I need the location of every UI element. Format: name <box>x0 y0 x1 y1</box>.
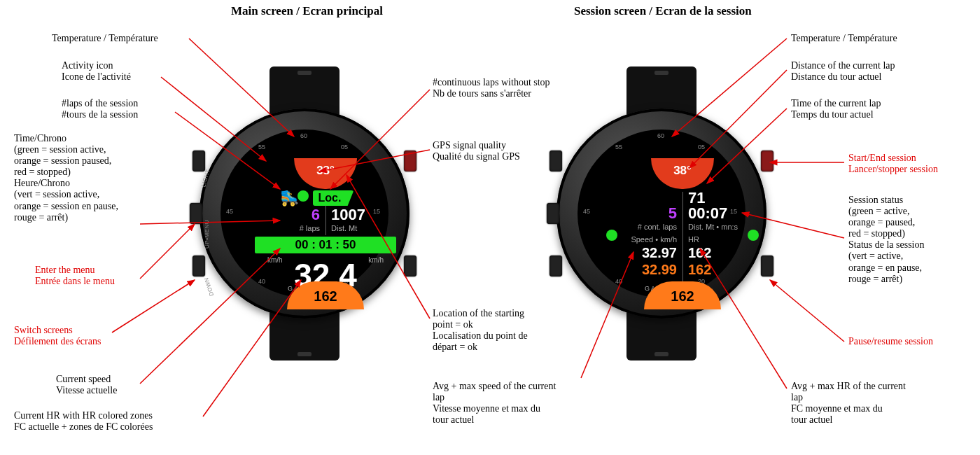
svg-line-4 <box>140 224 195 279</box>
button-startstop[interactable] <box>761 150 774 172</box>
svg-line-17 <box>770 280 844 342</box>
lbl-status: Session status (green = active, orange =… <box>848 195 925 285</box>
temperature-badge: 38° <box>294 158 357 189</box>
hr-avg: 162 <box>682 245 756 261</box>
watch-session: 60 05 15 20 30 40 45 55 GARMIN 38° 71 <box>546 66 777 360</box>
location-pill: Loc. <box>313 190 354 206</box>
lbl-speed: Current speed Vitesse actuelle <box>56 374 117 396</box>
dist-value: 1007 <box>326 206 399 224</box>
lbl-lapdist: Distance of the current lap Distance du … <box>791 60 895 83</box>
button-down[interactable] <box>192 255 205 276</box>
button-back[interactable] <box>404 255 416 276</box>
button-light[interactable] <box>550 150 562 172</box>
timer-bar: 00 : 01 : 50 <box>255 237 396 253</box>
speed-max: 32.99 <box>609 262 682 278</box>
title-main: Main screen / Ecran principal <box>231 4 383 18</box>
watchface-session: 38° 71 5 00:07 # cont. laps Dist. Mt • <box>609 161 756 308</box>
temperature-badge: 38° <box>651 158 714 189</box>
gps-dot <box>298 190 309 202</box>
lbl-hr: Current HR with HR colored zones FC actu… <box>14 410 153 433</box>
hr-max: 162 <box>682 262 756 278</box>
lbl-startend: Start/End session Lancer/stopper session <box>848 153 938 175</box>
lbl-avgspeed: Avg + max speed of the current lap Vites… <box>433 381 556 426</box>
lbl-gps: GPS signal quality Qualité du signal GPS <box>433 140 520 162</box>
laps-value: 6 <box>252 206 326 224</box>
diagram-page: Main screen / Ecran principal Session sc… <box>0 0 980 455</box>
lap-time: 00:07 <box>682 204 756 223</box>
lbl-temperature-r: Temperature / Température <box>791 33 897 44</box>
button-down[interactable] <box>550 255 562 276</box>
lbl-laptime: Time of the current lap Temps du tour ac… <box>791 98 881 120</box>
button-back[interactable] <box>761 255 774 276</box>
button-upmenu[interactable] <box>190 203 202 224</box>
button-startstop[interactable] <box>404 150 416 172</box>
svg-line-5 <box>112 280 195 332</box>
lbl-pause: Pause/resume session <box>848 336 933 347</box>
bezel: 60 05 15 20 30 40 45 55 GARMIN 38° 🛼 Loc… <box>220 130 388 298</box>
lbl-laps: #laps of the session #tours de la sessio… <box>62 98 138 120</box>
lbl-time: Time/Chrono (green = session active, ora… <box>14 133 118 223</box>
button-upmenu[interactable] <box>547 203 559 224</box>
watchface-main: 38° 🛼 Loc. 6 1007 # laps Dist. Mt <box>252 161 399 308</box>
hr-badge: 162 <box>644 281 721 309</box>
speed-avg: 32.97 <box>609 245 682 261</box>
lbl-temperature-l: Temperature / Température <box>52 33 158 44</box>
lbl-contlaps: #continuous laps without stop Nb de tour… <box>433 77 550 99</box>
watch-case: LIGHT UP•MENU DOWN 60 05 15 20 30 40 45 … <box>200 108 410 318</box>
lbl-activity-icon: Activity icon Icone de l'activité <box>62 60 131 83</box>
lbl-switch: Switch screens Défilement des écrans <box>14 325 101 347</box>
watch-main: LIGHT UP•MENU DOWN 60 05 15 20 30 40 45 … <box>189 66 420 360</box>
lbl-menu: Enter the menu Entrée dans le menu <box>35 265 115 287</box>
cont-laps: 5 <box>609 204 682 223</box>
lbl-loc: Location of the starting point = ok Loca… <box>433 308 528 353</box>
button-light[interactable] <box>192 150 205 172</box>
title-session: Session screen / Ecran de la session <box>574 4 752 18</box>
lbl-avghr: Avg + max HR of the current lap FC moyen… <box>791 381 906 426</box>
